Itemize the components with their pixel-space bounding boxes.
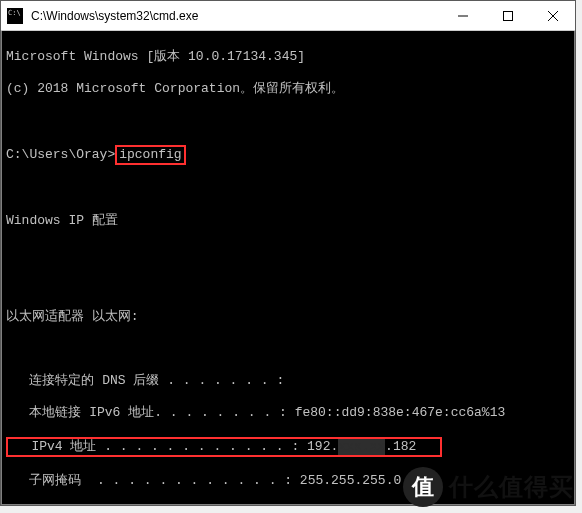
cmd-window: C:\Windows\system32\cmd.exe Microsoft Wi… xyxy=(0,0,576,506)
terminal-area[interactable]: Microsoft Windows [版本 10.0.17134.345] (c… xyxy=(1,31,575,505)
ipconfig-heading: Windows IP 配置 xyxy=(6,213,570,229)
blank-line xyxy=(6,181,570,197)
prompt-text: C:\Users\Oray> xyxy=(6,147,115,162)
subnet-row: 子网掩码 . . . . . . . . . . . . : 255.255.2… xyxy=(6,473,570,489)
ipv6-row: 本地链接 IPv6 地址. . . . . . . . : fe80::dd9:… xyxy=(6,405,570,421)
cmd-icon xyxy=(7,8,23,24)
ipv4-value-b: .182 xyxy=(385,439,416,454)
minimize-icon xyxy=(458,11,468,21)
ipv6-label: 本地链接 IPv6 地址. . . . . . . . : xyxy=(6,405,295,420)
subnet-label: 子网掩码 . . . . . . . . . . . . : xyxy=(6,473,300,488)
command-text: ipconfig xyxy=(119,147,181,162)
ipv4-highlight: IPv4 地址 . . . . . . . . . . . . : 192.xx… xyxy=(6,437,442,457)
ipv4-value-a: 192. xyxy=(307,439,338,454)
minimize-button[interactable] xyxy=(440,1,485,30)
blank-line xyxy=(6,113,570,129)
window-controls xyxy=(440,1,575,30)
close-icon xyxy=(548,11,558,21)
window-title: C:\Windows\system32\cmd.exe xyxy=(29,9,440,23)
subnet-value: 255.255.255.0 xyxy=(300,473,401,488)
maximize-icon xyxy=(503,11,513,21)
ipv4-row: IPv4 地址 . . . . . . . . . . . . : 192.xx… xyxy=(6,437,570,457)
copyright-line: (c) 2018 Microsoft Corporation。保留所有权利。 xyxy=(6,81,570,97)
command-highlight: ipconfig xyxy=(115,145,185,165)
adapter-heading: 以太网适配器 以太网: xyxy=(6,309,570,325)
banner-line: Microsoft Windows [版本 10.0.17134.345] xyxy=(6,49,570,65)
maximize-button[interactable] xyxy=(485,1,530,30)
ipv4-label: IPv4 地址 . . . . . . . . . . . . : xyxy=(8,439,307,454)
titlebar[interactable]: C:\Windows\system32\cmd.exe xyxy=(1,1,575,31)
prompt-line: C:\Users\Oray>ipconfig xyxy=(6,145,570,165)
blank-line xyxy=(6,277,570,293)
blank-line xyxy=(6,341,570,357)
close-button[interactable] xyxy=(530,1,575,30)
svg-rect-1 xyxy=(503,11,512,20)
dns-suffix-row: 连接特定的 DNS 后缀 . . . . . . . : xyxy=(6,373,570,389)
ipv6-value: fe80::dd9:838e:467e:cc6a%13 xyxy=(295,405,506,420)
ipv4-redacted: xxx.xx xyxy=(338,439,385,455)
blank-line xyxy=(6,245,570,261)
